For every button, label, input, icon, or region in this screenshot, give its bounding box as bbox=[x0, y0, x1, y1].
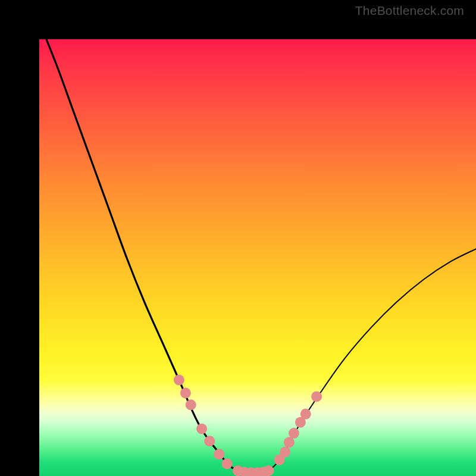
marker-dot bbox=[174, 375, 184, 386]
plot-area bbox=[39, 39, 476, 476]
marker-dot bbox=[214, 449, 224, 459]
watermark-text: TheBottleneck.com bbox=[355, 4, 464, 18]
right-curve-path bbox=[268, 249, 476, 471]
marker-dot bbox=[300, 409, 311, 419]
marker-dot bbox=[311, 391, 322, 402]
chart-svg bbox=[39, 39, 476, 476]
marker-dot bbox=[280, 447, 290, 458]
marker-dot bbox=[196, 424, 207, 434]
marker-dot bbox=[263, 465, 274, 476]
marker-dot bbox=[289, 428, 299, 439]
marker-dot bbox=[186, 399, 196, 410]
marker-dot bbox=[222, 458, 233, 469]
marker-dot bbox=[284, 437, 295, 447]
marker-dot bbox=[204, 436, 215, 446]
right-curve-path-stroke bbox=[268, 249, 476, 471]
left-curve-path-stroke bbox=[39, 39, 238, 471]
left-curve-path bbox=[39, 39, 238, 471]
valley-markers-group bbox=[233, 465, 274, 476]
chart-frame bbox=[0, 0, 476, 476]
left-markers-group bbox=[174, 375, 233, 469]
marker-dot bbox=[180, 388, 191, 399]
